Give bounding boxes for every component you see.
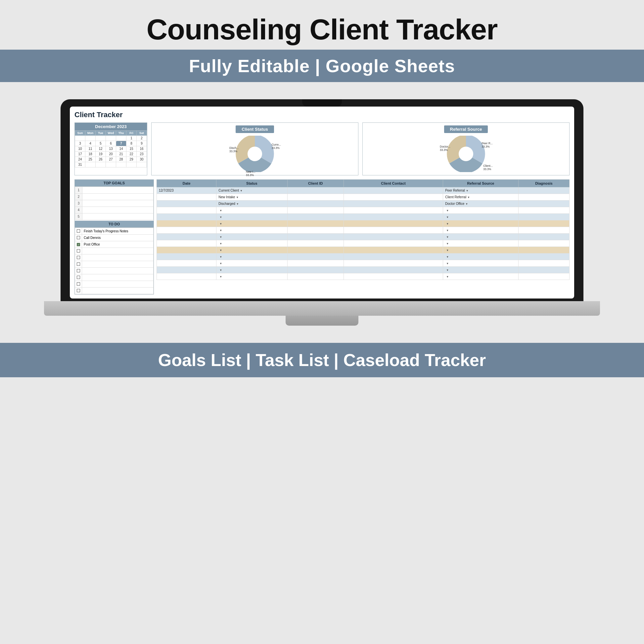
client-contact-cell[interactable] [344, 267, 443, 273]
todo-text[interactable]: Finish Today's Progress Notes [82, 228, 154, 235]
date-cell[interactable] [157, 260, 216, 267]
client-contact-cell[interactable] [344, 214, 443, 220]
todo-checkbox[interactable]: ✓ [75, 241, 82, 248]
referral-source-cell[interactable]: ▼ [443, 253, 519, 260]
client-id-cell[interactable] [287, 220, 344, 227]
todo-checkbox[interactable] [75, 268, 82, 274]
status-cell[interactable]: ▼ [216, 273, 287, 280]
date-cell[interactable] [157, 207, 216, 214]
diagnosis-cell[interactable] [518, 240, 569, 247]
client-contact-cell[interactable] [344, 207, 443, 214]
todo-text[interactable] [82, 281, 154, 288]
diagnosis-cell[interactable] [518, 267, 569, 273]
client-contact-cell[interactable] [344, 240, 443, 247]
date-cell[interactable] [157, 220, 216, 227]
diagnosis-cell[interactable] [518, 207, 569, 214]
status-cell[interactable]: ▼ [216, 267, 287, 273]
referral-source-cell[interactable]: ▼ [443, 247, 519, 253]
client-contact-cell[interactable] [344, 273, 443, 280]
client-contact-cell[interactable] [344, 220, 443, 227]
status-cell[interactable]: ▼ [216, 260, 287, 267]
client-id-cell[interactable] [287, 273, 344, 280]
todo-text[interactable] [82, 254, 154, 261]
status-cell[interactable]: ▼ [216, 253, 287, 260]
todo-text[interactable]: Call Dennis [82, 235, 154, 241]
status-cell[interactable]: Current Client▼ [216, 187, 287, 194]
client-id-cell[interactable] [287, 227, 344, 234]
client-id-cell[interactable] [287, 267, 344, 273]
client-contact-cell[interactable] [344, 253, 443, 260]
todo-text[interactable] [82, 261, 154, 268]
client-contact-cell[interactable] [344, 247, 443, 253]
referral-source-cell[interactable]: ▼ [443, 220, 519, 227]
referral-source-cell[interactable]: ▼ [443, 273, 519, 280]
diagnosis-cell[interactable] [518, 234, 569, 240]
date-cell[interactable] [157, 273, 216, 280]
client-id-cell[interactable] [287, 214, 344, 220]
diagnosis-cell[interactable] [518, 260, 569, 267]
diagnosis-cell[interactable] [518, 194, 569, 201]
referral-source-cell[interactable]: ▼ [443, 207, 519, 214]
diagnosis-cell[interactable] [518, 227, 569, 234]
goal-text[interactable] [82, 207, 154, 213]
referral-source-cell[interactable]: Peer Referral▼ [443, 187, 519, 194]
todo-text[interactable] [82, 288, 154, 294]
date-cell[interactable] [157, 234, 216, 240]
diagnosis-cell[interactable] [518, 201, 569, 207]
todo-checkbox[interactable] [75, 248, 82, 254]
todo-checkbox[interactable] [75, 274, 82, 281]
status-cell[interactable]: New Intake▼ [216, 194, 287, 201]
date-cell[interactable] [157, 214, 216, 220]
todo-checkbox[interactable] [75, 254, 82, 261]
client-contact-cell[interactable] [344, 201, 443, 207]
referral-source-cell[interactable]: ▼ [443, 214, 519, 220]
client-id-cell[interactable] [287, 234, 344, 240]
client-id-cell[interactable] [287, 207, 344, 214]
date-cell[interactable] [157, 194, 216, 201]
diagnosis-cell[interactable] [518, 273, 569, 280]
client-id-cell[interactable] [287, 194, 344, 201]
todo-text[interactable]: Post Office [82, 241, 154, 248]
client-contact-cell[interactable] [344, 187, 443, 194]
date-cell[interactable] [157, 227, 216, 234]
todo-checkbox[interactable] [75, 235, 82, 241]
goal-text[interactable] [82, 213, 154, 220]
client-contact-cell[interactable] [344, 194, 443, 201]
status-cell[interactable]: ▼ [216, 240, 287, 247]
client-id-cell[interactable] [287, 201, 344, 207]
client-contact-cell[interactable] [344, 260, 443, 267]
todo-checkbox[interactable] [75, 228, 82, 235]
date-cell[interactable] [157, 253, 216, 260]
status-cell[interactable]: ▼ [216, 220, 287, 227]
date-cell[interactable] [157, 201, 216, 207]
todo-text[interactable] [82, 268, 154, 274]
date-cell[interactable] [157, 247, 216, 253]
status-cell[interactable]: ▼ [216, 214, 287, 220]
todo-text[interactable] [82, 274, 154, 281]
diagnosis-cell[interactable] [518, 247, 569, 253]
client-contact-cell[interactable] [344, 234, 443, 240]
diagnosis-cell[interactable] [518, 220, 569, 227]
todo-text[interactable] [82, 248, 154, 254]
goal-text[interactable] [82, 200, 154, 207]
date-cell[interactable] [157, 240, 216, 247]
client-id-cell[interactable] [287, 240, 344, 247]
todo-checkbox[interactable] [75, 288, 82, 294]
status-cell[interactable]: Discharged▼ [216, 201, 287, 207]
status-cell[interactable]: ▼ [216, 247, 287, 253]
referral-source-cell[interactable]: ▼ [443, 240, 519, 247]
referral-source-cell[interactable]: ▼ [443, 260, 519, 267]
status-cell[interactable]: ▼ [216, 227, 287, 234]
referral-source-cell[interactable]: Client Referral▼ [443, 194, 519, 201]
date-cell[interactable] [157, 267, 216, 273]
goal-text[interactable] [82, 194, 154, 200]
referral-source-cell[interactable]: ▼ [443, 227, 519, 234]
date-cell[interactable]: 12/7/2023 [157, 187, 216, 194]
client-id-cell[interactable] [287, 187, 344, 194]
client-id-cell[interactable] [287, 253, 344, 260]
goal-text[interactable] [82, 187, 154, 194]
diagnosis-cell[interactable] [518, 214, 569, 220]
diagnosis-cell[interactable] [518, 187, 569, 194]
referral-source-cell[interactable]: Doctor Office▼ [443, 201, 519, 207]
diagnosis-cell[interactable] [518, 253, 569, 260]
